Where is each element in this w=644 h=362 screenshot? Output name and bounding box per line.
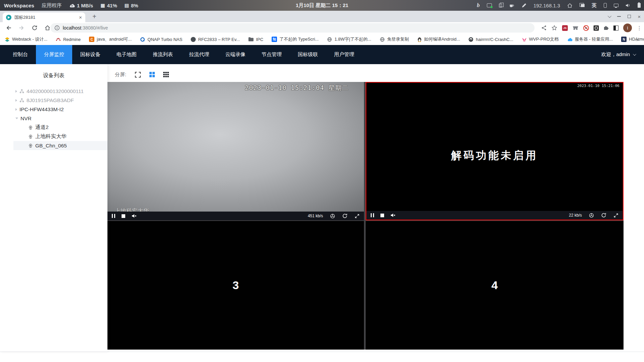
pause-icon[interactable] (112, 214, 115, 218)
pen-tray-icon[interactable] (521, 3, 526, 8)
home-tray-icon[interactable] (567, 3, 572, 8)
phone-tray-icon[interactable] (604, 3, 607, 8)
tab-close-icon[interactable]: × (79, 14, 82, 20)
bookmark-copy-free[interactable]: 免登录复制 (380, 36, 409, 42)
nav-tab-user-manage[interactable]: 用户管理 (326, 45, 362, 64)
nav-tab-pull-proxy[interactable]: 拉流代理 (181, 45, 217, 64)
address-bar[interactable]: localhost:38080/#/live (50, 23, 535, 33)
bookmark-qnap[interactable]: QNAP Turbo NAS (140, 37, 182, 42)
refresh-icon[interactable] (601, 213, 606, 218)
network-speed-indicator[interactable]: 1 MB/s (69, 3, 93, 8)
site-info-icon[interactable] (54, 25, 60, 31)
bookmark-github-crash[interactable]: hairrrrr/C-CrashC... (468, 37, 513, 42)
caret-right-icon[interactable] (15, 99, 17, 102)
bookmarks-overflow-chevron[interactable]: » (636, 37, 639, 42)
nav-tab-node-manage[interactable]: 节点管理 (254, 45, 290, 64)
contrast-extension-icon[interactable] (613, 26, 618, 31)
bing-tray-icon[interactable]: b (477, 2, 480, 9)
bookmark-lightweight-server[interactable]: 服务器 - 轻量应用... (567, 36, 613, 42)
stop-icon[interactable] (122, 214, 125, 218)
home-icon[interactable] (44, 25, 51, 31)
cpu-usage-indicator[interactable]: ▦ 41% (100, 3, 117, 8)
browser-tab[interactable]: 国标28181 × (3, 12, 85, 22)
caret-down-icon[interactable] (15, 118, 18, 119)
tab-search-chevron-icon[interactable] (608, 14, 611, 18)
nav-tab-gb-cascade[interactable]: 国标级联 (290, 45, 326, 64)
window-close-icon[interactable]: × (638, 14, 641, 19)
profile-avatar[interactable]: I (623, 24, 632, 32)
bookmark-star-icon[interactable] (551, 25, 557, 31)
clipboard-tray-icon[interactable] (499, 4, 502, 7)
settings-aperture-icon[interactable] (330, 214, 335, 219)
bookmark-webstack[interactable]: Webstack - 设计... (5, 36, 47, 42)
video-2-bitrate: 22 kb/s (569, 213, 582, 218)
refresh-icon[interactable] (342, 213, 348, 219)
pause-icon[interactable] (371, 213, 374, 217)
reload-icon[interactable] (32, 25, 38, 31)
video-cell-3-empty[interactable]: 3 (107, 221, 364, 350)
workspaces-button[interactable]: Workspaces (4, 3, 34, 8)
mute-icon[interactable] (390, 213, 396, 217)
browser-menu-icon[interactable]: ⋮ (637, 25, 642, 31)
ip-address-indicator[interactable]: 192.168.1.3 (534, 3, 560, 8)
memory-usage-indicator[interactable]: ▤ 8% (125, 3, 138, 8)
bookmark-ipc-folder[interactable]: IPC (248, 37, 263, 42)
bookmark-redmine[interactable]: Redmine (56, 37, 81, 42)
camera-blocked-extension-icon[interactable] (583, 25, 589, 31)
extensions-puzzle-icon[interactable] (603, 25, 609, 31)
applications-menu-button[interactable]: 应用程序 (42, 2, 62, 9)
caret-right-icon[interactable] (15, 108, 17, 111)
grid-2x2-icon[interactable] (149, 72, 155, 77)
mute-icon[interactable] (132, 214, 137, 218)
new-tab-button[interactable]: + (90, 12, 99, 21)
tree-channel-3[interactable]: GB_Chn_065 (13, 141, 107, 150)
user-menu[interactable]: 欢迎，admin (601, 45, 635, 64)
video-cell-1[interactable]: 2023-01-10 15:21:04 星期二 上地科实大华 451 kb/s (107, 82, 364, 220)
nav-tab-push-list[interactable]: 推流列表 (145, 45, 181, 64)
json-viewer-extension-icon[interactable]: JS (562, 25, 568, 31)
input-method-indicator[interactable]: 英 (592, 2, 597, 9)
battery-tray-icon[interactable] (638, 3, 641, 8)
nav-tab-console[interactable]: 控制台 (5, 45, 36, 64)
caret-right-icon[interactable] (15, 90, 17, 93)
tree-channel-1[interactable]: 通道2 (13, 123, 107, 132)
settings-aperture-icon[interactable] (589, 213, 594, 218)
bookmark-typescript-zhihu[interactable]: 知 了不起的 TypeScri... (272, 36, 319, 42)
bookmark-hdatmos[interactable]: N HDAtmos :: 种子 *... (621, 36, 644, 42)
nav-tab-map[interactable]: 电子地图 (108, 45, 145, 64)
bookmark-java-android[interactable]: C java、android可... (89, 36, 132, 42)
screenshot-tray-icon[interactable] (487, 3, 492, 7)
windows-tray-icon[interactable] (581, 4, 585, 7)
fullscreen-icon[interactable] (613, 213, 618, 218)
bookmark-compile-android[interactable]: 如何编译Android... (417, 36, 460, 42)
tree-node-ipc[interactable]: IPC-HFW4433M-I2 (0, 105, 107, 114)
video-cell-2-selected[interactable]: 2023-01-10 15:21:06 解码功能未启用 22 kb/s (366, 82, 624, 220)
bookmark-18w-article[interactable]: 1.8W字|了不起的... (327, 36, 371, 42)
window-maximize-icon[interactable] (628, 15, 631, 18)
cloud-download-icon (69, 3, 75, 8)
bookmark-rfc2833[interactable]: RFC2833 – RTP Ev... (191, 37, 240, 42)
window-minimize-icon[interactable] (617, 16, 621, 17)
nav-tab-cloud-record[interactable]: 云端录像 (217, 45, 254, 64)
share-icon[interactable] (541, 25, 547, 31)
stop-icon[interactable] (380, 214, 384, 217)
tree-node-nvr[interactable]: NVR (0, 114, 107, 123)
nav-tab-gb-devices[interactable]: 国标设备 (72, 45, 108, 64)
display-tray-icon[interactable] (614, 4, 618, 7)
back-icon[interactable] (5, 25, 12, 31)
grid-3x3-icon[interactable] (163, 72, 169, 78)
clock[interactable]: 1月10日 星期二 15：21 (296, 2, 349, 9)
single-screen-icon[interactable] (135, 72, 141, 78)
tree-channel-2[interactable]: 上地科实大华 (13, 132, 107, 141)
nav-tab-split-monitor[interactable]: 分屏监控 (36, 45, 72, 64)
tree-node-device-2[interactable]: 8J01915PAGB3ADF (0, 96, 107, 105)
dark-reader-extension-icon[interactable] (594, 26, 599, 31)
incognito-extension-icon[interactable] (572, 26, 579, 30)
forward-icon[interactable] (18, 25, 25, 31)
tree-node-device-1[interactable]: 44020000013200000111 (0, 87, 107, 96)
volume-tray-icon[interactable] (626, 3, 631, 7)
bookmark-wvp-docs[interactable]: WVP-PRO文档 (522, 36, 559, 42)
coffee-tray-icon[interactable] (509, 3, 514, 8)
fullscreen-icon[interactable] (355, 214, 360, 219)
video-cell-4-empty[interactable]: 4 (366, 221, 624, 350)
